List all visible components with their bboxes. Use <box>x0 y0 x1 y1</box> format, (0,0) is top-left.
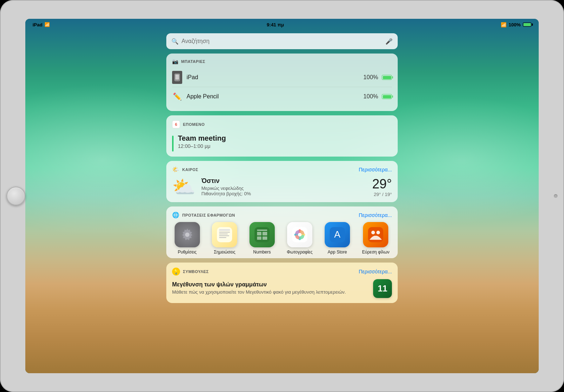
app-item-photos[interactable]: Φωτογραφίες <box>287 222 312 255</box>
battery-widget-header: 📷 ΜΠΑΤΑΡΙΕΣ <box>172 59 392 64</box>
svg-rect-14 <box>262 232 267 235</box>
calendar-event-item: Team meeting 12:00–1:00 μμ <box>172 132 392 152</box>
notes-app-icon <box>212 222 237 247</box>
pencil-battery-bar <box>382 94 392 99</box>
ipad-device-icon <box>172 71 182 84</box>
tips-header-left: 💡 ΣΥΜΒΟΥΛΕΣ <box>172 268 209 276</box>
svg-rect-8 <box>219 234 228 234</box>
numbers-app-icon <box>249 222 275 247</box>
weather-header-left: 🌤️ ΚΑΙΡΟΣ <box>172 166 198 173</box>
weather-temp-range: 29° / 19° <box>372 192 392 197</box>
app-item-findmyfriends[interactable]: Εύρεση φίλων <box>362 222 389 255</box>
battery-item-pencil: ✏️ Apple Pencil 100% <box>172 87 392 106</box>
apps-grid: Ρυθμίσεις <box>172 222 392 255</box>
calendar-header-icon: 6 <box>172 120 180 128</box>
svg-rect-10 <box>219 237 226 238</box>
tips-widget-header: 💡 ΣΥΜΒΟΥΛΕΣ Περισσότερα... <box>172 268 392 276</box>
numbers-app-label: Numbers <box>253 250 271 255</box>
ipad-battery-bar <box>382 75 392 80</box>
svg-rect-6 <box>219 229 230 231</box>
app-item-settings[interactable]: Ρυθμίσεις <box>175 222 200 255</box>
wifi-icon: 📶 <box>44 22 50 27</box>
svg-rect-29 <box>368 227 383 242</box>
settings-app-icon <box>175 222 200 247</box>
bluetooth-icon: 📶 <box>501 22 507 27</box>
battery-indicator <box>523 22 531 27</box>
weather-temperature: 29° 29° / 19° <box>372 176 392 197</box>
weather-widget: 🌤️ ΚΑΙΡΟΣ Περισσότερα... ⛅ Όστιν Μερικώς… <box>166 161 398 202</box>
apps-widget-title: ΠΡΟΤΑΣΕΙΣ ΕΦΑΡΜΟΓΩΝ <box>182 213 235 217</box>
tips-content: Μεγέθυνση των ψιλών γραμμάτων Μάθετε πώς… <box>172 279 392 298</box>
search-placeholder: Αναζήτηση <box>181 38 383 44</box>
svg-rect-12 <box>257 230 267 231</box>
app-item-notes[interactable]: Σημειώσεις <box>212 222 237 255</box>
weather-description: Μερικώς νεφελώδης <box>201 186 367 191</box>
tips-text: Μεγέθυνση των ψιλών γραμμάτων Μάθετε πώς… <box>172 281 367 295</box>
battery-widget-title: ΜΠΑΤΑΡΙΕΣ <box>181 59 205 64</box>
svg-point-30 <box>371 231 375 234</box>
tips-widget-title: ΣΥΜΒΟΥΛΕΣ <box>183 269 209 274</box>
tips-tip-title: Μεγέθυνση των ψιλών γραμμάτων <box>172 281 367 288</box>
svg-rect-9 <box>219 235 229 236</box>
apps-more-link[interactable]: Περισσότερα... <box>359 212 392 218</box>
battery-icon <box>523 22 531 27</box>
event-title: Team meeting <box>178 134 226 142</box>
calendar-widget-header: 6 ΕΠΟΜΕΝΟ <box>172 120 392 128</box>
pencil-device-name: Apple Pencil <box>187 93 363 100</box>
battery-fill <box>524 23 531 26</box>
calendar-widget-title: ΕΠΟΜΕΝΟ <box>183 122 205 127</box>
status-left: iPad 📶 <box>33 22 50 27</box>
photos-app-icon <box>287 222 312 247</box>
svg-rect-15 <box>257 237 261 240</box>
weather-temp-current: 29° <box>372 176 392 192</box>
svg-rect-13 <box>257 232 261 235</box>
status-right: 📶 100% <box>501 22 531 27</box>
battery-widget: 📷 ΜΠΑΤΑΡΙΕΣ iPad 100% <box>166 54 398 111</box>
findmyfriends-app-icon <box>363 222 388 247</box>
app-item-numbers[interactable]: Numbers <box>249 222 275 255</box>
device-label: iPad <box>33 22 42 27</box>
weather-content: ⛅ Όστιν Μερικώς νεφελώδης Πιθανότητα βρο… <box>172 176 392 197</box>
home-button[interactable] <box>7 187 25 205</box>
svg-point-4 <box>185 233 189 237</box>
side-dot <box>554 194 557 198</box>
apps-suggestions-widget: 🌐 ΠΡΟΤΑΣΕΙΣ ΕΦΑΡΜΟΓΩΝ Περισσότερα... <box>166 206 398 258</box>
svg-rect-7 <box>219 232 230 233</box>
apps-widget-header: 🌐 ΠΡΟΤΑΣΕΙΣ ΕΦΑΡΜΟΓΩΝ Περισσότερα... <box>172 212 392 218</box>
weather-condition-icon: ⛅ <box>172 178 196 196</box>
tips-app-icon: 11 <box>373 279 392 298</box>
pencil-battery-bar-fill <box>383 95 391 98</box>
battery-percent-label: 100% <box>509 22 521 27</box>
apps-header-icon: 🌐 <box>172 212 179 218</box>
calendar-date-num: 6 <box>175 123 177 127</box>
svg-point-2 <box>177 80 178 81</box>
ipad-battery-percent: 100% <box>363 74 378 81</box>
appstore-app-icon: A <box>325 222 350 247</box>
notes-app-label: Σημειώσεις <box>214 250 235 255</box>
weather-widget-title: ΚΑΙΡΟΣ <box>182 167 198 172</box>
tips-more-link[interactable]: Περισσότερα... <box>359 269 392 274</box>
battery-item-ipad: iPad 100% <box>172 68 392 87</box>
tips-tip-body: Μάθετε πώς να χρησιμοποιείτε τον Μεγεθυν… <box>172 289 367 295</box>
ipad-device-name: iPad <box>187 74 363 81</box>
apps-header-left: 🌐 ΠΡΟΤΑΣΕΙΣ ΕΦΑΡΜΟΓΩΝ <box>172 212 235 218</box>
svg-rect-1 <box>175 74 179 80</box>
battery-header-icon: 📷 <box>172 59 178 64</box>
weather-details: Όστιν Μερικώς νεφελώδης Πιθανότητα βροχή… <box>201 177 367 196</box>
search-bar[interactable]: 🔍 Αναζήτηση 🎤 <box>166 33 398 49</box>
ipad-frame: iPad 📶 9:41 πμ 📶 100% 🔍 Αναζήτηση 🎤 <box>0 0 564 392</box>
photos-app-label: Φωτογραφίες <box>287 250 312 255</box>
pencil-battery-percent: 100% <box>363 93 378 100</box>
settings-app-label: Ρυθμίσεις <box>178 250 197 255</box>
app-item-appstore[interactable]: A App Store <box>325 222 350 255</box>
weather-city: Όστιν <box>201 177 367 185</box>
event-time: 12:00–1:00 μμ <box>178 143 226 149</box>
pencil-device-icon: ✏️ <box>172 90 182 103</box>
microphone-icon[interactable]: 🎤 <box>385 38 393 45</box>
weather-widget-header: 🌤️ ΚΑΙΡΟΣ Περισσότερα... <box>172 166 392 173</box>
status-bar: iPad 📶 9:41 πμ 📶 100% <box>25 19 539 30</box>
event-color-indicator <box>172 136 174 152</box>
ipad-battery-bar-fill <box>383 76 391 79</box>
search-icon: 🔍 <box>171 38 179 45</box>
weather-more-link[interactable]: Περισσότερα... <box>359 167 392 172</box>
